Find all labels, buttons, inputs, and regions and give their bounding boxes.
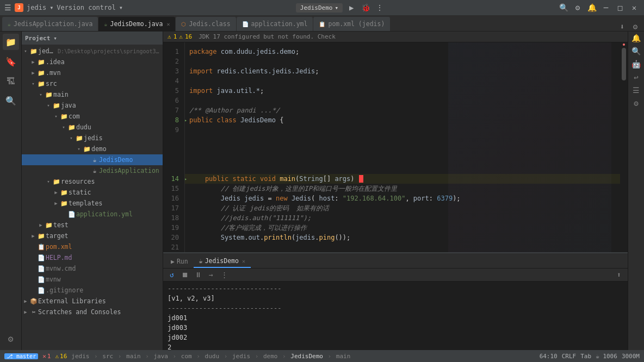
code-line-empty4 [185, 164, 620, 174]
tab-applicationyml[interactable]: 📄 application.yml [237, 17, 313, 31]
line-num-11: 11 [165, 145, 182, 154]
tree-item-pomxml[interactable]: 📋 pom.xml [22, 241, 163, 252]
code-editor[interactable]: 1 2 3 4 5 6 7 8 9 10 11 12 13 14 15 16 1… [163, 42, 628, 252]
minimize-button[interactable]: ─ [600, 3, 611, 12]
tree-arrow-com: ▾ [52, 114, 60, 119]
tree-item-jedis-pkg[interactable]: ▾ 📁 jedis [22, 133, 163, 143]
more-run-options[interactable]: ⋮ [374, 3, 385, 12]
tree-label-mvnwcmd: mvnw.cmd [46, 265, 76, 272]
bottom-tab-jedisdemo[interactable]: ☕ JedisDemo ✕ [194, 255, 251, 268]
tree-item-target[interactable]: ▶ 📁 target [22, 230, 163, 241]
tree-item-mvnw[interactable]: 📄 mvnw [22, 274, 163, 285]
tree-item-templates[interactable]: ▶ 📁 templates [22, 198, 163, 209]
status-left: ⎇ master ✕ 1 ⚠ 16 jedis › src › main › j… [4, 353, 535, 360]
tree-arrow-jedis-pkg: ▾ [67, 135, 75, 141]
ai-right-icon[interactable]: 🤖 [631, 60, 641, 68]
tree-label-extlib: External Libraries [38, 297, 106, 305]
bookmarks-tab-icon[interactable]: 🔖 [3, 53, 19, 70]
tab-jedisclass[interactable]: ⬡ Jedis.class [176, 17, 236, 31]
hamburger-menu-icon[interactable]: ☰ [4, 3, 11, 12]
notifications-icon[interactable]: 🔔 [586, 3, 597, 12]
line-num-20: 20 [165, 233, 182, 242]
tree-item-jedisapplication[interactable]: ☕ JedisApplication [22, 165, 163, 176]
recent-files-icon[interactable]: ⬇ [617, 22, 628, 31]
close-button[interactable]: ✕ [629, 3, 640, 12]
settings-tab-icon[interactable]: ⚙ [3, 330, 19, 347]
tree-item-java[interactable]: ▾ 📁 java [22, 100, 163, 111]
settings-right-icon[interactable]: ⚙ [634, 99, 638, 108]
code-line-15: // 创建jedis对象，这里的IP和端口号一般均在配置文件里 [185, 184, 620, 194]
more-options[interactable]: ⋮ [219, 271, 230, 279]
history-right-icon[interactable]: ↩ [634, 73, 638, 82]
tree-item-jedis-root[interactable]: ▾ 📁 jedis D:\Desktop\projects\springoot3… [22, 46, 163, 57]
sep1: › [94, 353, 98, 360]
scroll-thumb[interactable] [622, 48, 626, 80]
settings-icon[interactable]: ⚙ [572, 3, 583, 12]
tree-item-scratches[interactable]: ▶ ✂ Scratches and Consoles [22, 307, 163, 317]
tree-item-com[interactable]: ▾ 📁 com [22, 111, 163, 122]
tab-label: pom.xml (jedis) [328, 20, 385, 28]
tree-item-applicationyml[interactable]: 📄 application.yml [22, 209, 163, 220]
search-everywhere-icon[interactable]: 🔍 [558, 3, 569, 12]
tree-label-demo: demo [91, 145, 107, 153]
tree-item-external-libraries[interactable]: ▶ 📦 External Libraries [22, 296, 163, 307]
notifications-right-icon[interactable]: 🔔 [631, 34, 641, 42]
tree-item-idea[interactable]: ▶ 📁 .idea [22, 57, 163, 67]
code-content-area[interactable]: package com.dudu.jedis.demo; import redi… [185, 42, 620, 252]
cmd-icon: 📄 [37, 265, 46, 272]
sidebar-title-arrow[interactable]: ▾ [53, 35, 57, 42]
git-branch-badge[interactable]: ⎇ master [4, 353, 38, 359]
tree-item-demo[interactable]: ▾ 📁 demo [22, 143, 163, 154]
step-button[interactable]: → [206, 271, 216, 279]
build-button[interactable]: ▶ [346, 3, 357, 12]
bottom-tab-close-icon[interactable]: ✕ [242, 258, 245, 264]
tab-jedisapplication[interactable]: ☕ JedisApplication.java [2, 17, 98, 31]
error-marker [623, 43, 625, 46]
java-file-icon: ☕ [90, 157, 99, 164]
status-bar: ⎇ master ✕ 1 ⚠ 16 jedis › src › main › j… [0, 350, 644, 362]
warning-icon2: ⚠ [179, 33, 183, 40]
vcs-arrow[interactable]: ▾ [119, 4, 123, 11]
scroll-indicator[interactable] [620, 42, 628, 252]
tab-close-icon[interactable]: ✕ [166, 21, 170, 27]
tree-item-test[interactable]: ▶ 📁 test [22, 220, 163, 230]
tab-settings-icon[interactable]: ⚙ [630, 22, 641, 31]
tree-label-helpmd: HELP.md [46, 254, 72, 261]
memory-indicator[interactable]: 3000M [622, 353, 640, 360]
tree-item-src[interactable]: ▾ 📁 src [22, 78, 163, 89]
sep8: › [282, 353, 286, 360]
tree-arrow-target: ▶ [29, 233, 37, 239]
tree-item-dudu[interactable]: ▾ 📁 dudu [22, 122, 163, 133]
project-arrow[interactable]: ▾ [49, 4, 53, 11]
debug-button[interactable]: 🐞 [360, 3, 371, 12]
tree-item-gitignore[interactable]: 📄 .gitignore [22, 285, 163, 296]
bottom-tab-run[interactable]: ▶ Run [165, 255, 194, 268]
restart-button[interactable]: ↺ [166, 271, 177, 279]
tab-jedisdemo[interactable]: ☕ JedisDemo.java ✕ [98, 17, 175, 31]
search-right-icon[interactable]: 🔍 [631, 47, 641, 55]
project-tab-icon[interactable]: 📁 [3, 34, 19, 50]
tree-item-jedisdemo[interactable]: ☕ JedisDemo [22, 154, 163, 165]
tree-item-static[interactable]: ▶ 📁 static [22, 187, 163, 198]
tree-item-mvnwcmd[interactable]: 📄 mvnw.cmd [22, 263, 163, 274]
stop-button[interactable]: ⏹ [179, 271, 190, 279]
expand-button[interactable]: ⬆ [614, 271, 624, 279]
indent-type[interactable]: Tab [580, 353, 591, 360]
project-name[interactable]: jedis [27, 4, 46, 11]
breadcrumb-com: com [181, 353, 192, 360]
tab-pomxml[interactable]: 📋 pom.xml (jedis) [313, 17, 390, 31]
tree-item-helpmd[interactable]: 📄 HELP.md [22, 252, 163, 263]
tree-item-main[interactable]: ▾ 📁 main [22, 89, 163, 100]
structure-right-icon[interactable]: ☰ [633, 86, 640, 95]
title-bar: ☰ J jedis ▾ Version control ▾ JedisDemo … [0, 0, 644, 15]
vcs-label[interactable]: Version control [57, 4, 115, 11]
line-ending[interactable]: CRLF [562, 353, 577, 360]
line-num-1: 1 [165, 47, 182, 57]
maximize-button[interactable]: □ [615, 3, 626, 12]
run-config-selector[interactable]: JedisDemo ▾ [296, 3, 343, 13]
pause-button[interactable]: ⏸ [193, 271, 203, 279]
structure-tab-icon[interactable]: 🏗 [3, 73, 19, 89]
tree-item-mvn[interactable]: ▶ 📁 .mvn [22, 67, 163, 78]
search-tab-icon[interactable]: 🔍 [3, 92, 19, 109]
tree-item-resources[interactable]: ▾ 📁 resources [22, 176, 163, 187]
